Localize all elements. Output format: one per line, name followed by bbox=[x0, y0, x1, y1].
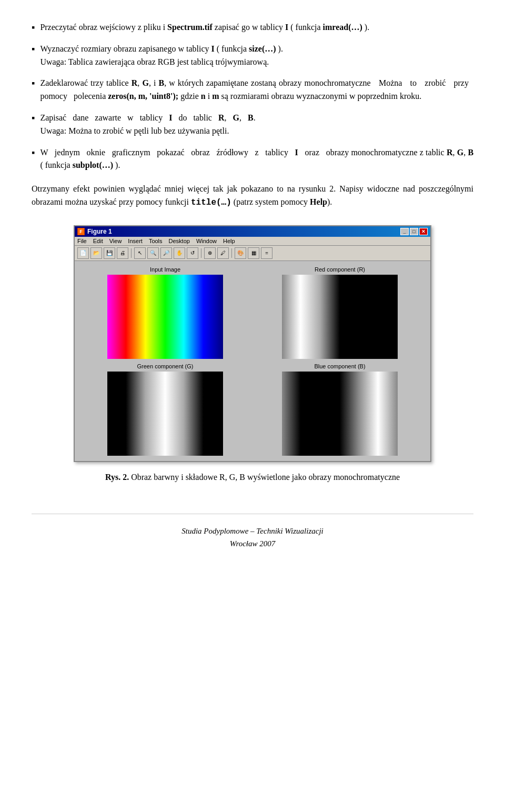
toolbar-arrow[interactable]: ↖ bbox=[134, 247, 146, 259]
subplot-green-image bbox=[107, 372, 223, 456]
subplot-red-title: Red component (R) bbox=[315, 266, 365, 273]
bullet-1: ▪ Przeczytać obraz wejściowy z pliku i S… bbox=[32, 21, 473, 34]
subplot-input: Input Image bbox=[80, 266, 250, 359]
bullet-icon: ▪ bbox=[32, 44, 35, 55]
figure-titlebar: F Figure 1 _ □ ✕ bbox=[75, 226, 430, 237]
menu-desktop[interactable]: Desktop bbox=[169, 238, 190, 244]
toolbar-data-cursor[interactable]: ⊕ bbox=[204, 247, 216, 259]
content-area: ▪ Przeczytać obraz wejściowy z pliku i S… bbox=[32, 21, 473, 550]
rainbow-image bbox=[107, 275, 223, 359]
subplot-green: Green component (G) bbox=[80, 363, 250, 456]
footer-line1: Studia Podyplomowe – Techniki Wizualizac… bbox=[32, 525, 473, 537]
caption-prefix: Rys. 2. bbox=[105, 473, 131, 482]
footer: Studia Podyplomowe – Techniki Wizualizac… bbox=[32, 514, 473, 550]
bullet-text-3: Zadeklarować trzy tablice R, G, i B, w k… bbox=[40, 77, 473, 103]
figure-win-buttons: _ □ ✕ bbox=[400, 228, 428, 235]
menu-help[interactable]: Help bbox=[223, 238, 235, 244]
subplot-red: Red component (R) bbox=[255, 266, 425, 359]
subplot-input-title: Input Image bbox=[150, 266, 180, 273]
figure-title-left: F Figure 1 bbox=[77, 228, 112, 235]
svg-rect-2 bbox=[282, 372, 398, 456]
menu-tools[interactable]: Tools bbox=[149, 238, 163, 244]
menu-file[interactable]: File bbox=[77, 238, 87, 244]
toolbar-open[interactable]: 📂 bbox=[90, 247, 102, 259]
toolbar-sep1 bbox=[131, 248, 132, 258]
bullet-text-2: Wyznaczyć rozmiary obrazu zapisanego w t… bbox=[40, 43, 473, 69]
toolbar-new[interactable]: 📄 bbox=[77, 247, 89, 259]
figure-toolbar: 📄 📂 💾 🖨 ↖ 🔍 🔎 ✋ ↺ ⊕ 🖊 🎨 ▦ ≡ bbox=[75, 246, 430, 261]
subplot-red-image bbox=[282, 275, 398, 359]
toolbar-rotate[interactable]: ↺ bbox=[187, 247, 198, 259]
subplot-blue-image bbox=[282, 372, 398, 456]
menu-insert[interactable]: Insert bbox=[128, 238, 143, 244]
caption-text: Obraz barwny i składowe R, G, B wyświetl… bbox=[131, 473, 400, 482]
toolbar-colormap[interactable]: 🎨 bbox=[235, 247, 246, 259]
figure-content: Input Image Red component (R) bbox=[75, 261, 430, 461]
toolbar-sep3 bbox=[231, 248, 232, 258]
figure-app-icon: F bbox=[77, 228, 85, 235]
bullet-text-4: Zapisać dane zawarte w tablicy I do tabl… bbox=[40, 112, 473, 138]
toolbar-zoom-out[interactable]: 🔎 bbox=[160, 247, 172, 259]
toolbar-colorbar[interactable]: ▦ bbox=[248, 247, 259, 259]
bullet-text-5: W jednym oknie graficznym pokazać obraz … bbox=[40, 146, 473, 173]
footer-line2: Wrocław 2007 bbox=[32, 537, 473, 550]
body-paragraph: Otrzymany efekt powinien wyglądać mniej … bbox=[32, 183, 473, 209]
svg-rect-0 bbox=[282, 275, 398, 359]
toolbar-pan[interactable]: ✋ bbox=[174, 247, 185, 259]
toolbar-print[interactable]: 🖨 bbox=[117, 247, 128, 259]
figure-menubar: File Edit View Insert Tools Desktop Wind… bbox=[75, 237, 430, 246]
svg-rect-1 bbox=[107, 372, 223, 456]
blue-channel-svg bbox=[282, 372, 398, 456]
toolbar-brush[interactable]: 🖊 bbox=[217, 247, 229, 259]
maximize-button[interactable]: □ bbox=[410, 228, 418, 235]
toolbar-legend[interactable]: ≡ bbox=[261, 247, 272, 259]
bullet-icon: ▪ bbox=[32, 113, 35, 124]
subplot-blue: Blue component (B) bbox=[255, 363, 425, 456]
red-channel-svg bbox=[282, 275, 398, 359]
green-channel-svg bbox=[107, 372, 223, 456]
bullet-text-1: Przeczytać obraz wejściowy z pliku i Spe… bbox=[40, 21, 473, 34]
bullet-4: ▪ Zapisać dane zawarte w tablicy I do ta… bbox=[32, 112, 473, 138]
bullet-2: ▪ Wyznaczyć rozmiary obrazu zapisanego w… bbox=[32, 43, 473, 69]
figure-window: F Figure 1 _ □ ✕ File Edit View Insert T… bbox=[74, 225, 431, 462]
bullet-icon: ▪ bbox=[32, 22, 35, 33]
bullet-icon: ▪ bbox=[32, 147, 35, 158]
toolbar-zoom-in[interactable]: 🔍 bbox=[147, 247, 159, 259]
subplot-green-title: Green component (G) bbox=[137, 363, 194, 369]
toolbar-save[interactable]: 💾 bbox=[104, 247, 115, 259]
menu-edit[interactable]: Edit bbox=[93, 238, 103, 244]
menu-view[interactable]: View bbox=[109, 238, 122, 244]
subplot-blue-title: Blue component (B) bbox=[314, 363, 365, 369]
figure-caption: Rys. 2. Obraz barwny i składowe R, G, B … bbox=[32, 473, 473, 482]
toolbar-sep2 bbox=[201, 248, 201, 258]
subplot-input-image bbox=[107, 275, 223, 359]
bullet-3: ▪ Zadeklarować trzy tablice R, G, i B, w… bbox=[32, 77, 473, 103]
menu-window[interactable]: Window bbox=[196, 238, 217, 244]
minimize-button[interactable]: _ bbox=[400, 228, 409, 235]
figure-container: F Figure 1 _ □ ✕ File Edit View Insert T… bbox=[32, 225, 473, 462]
close-button[interactable]: ✕ bbox=[419, 228, 428, 235]
bullet-5: ▪ W jednym oknie graficznym pokazać obra… bbox=[32, 146, 473, 173]
bullet-icon: ▪ bbox=[32, 78, 35, 89]
figure-title: Figure 1 bbox=[87, 228, 112, 235]
